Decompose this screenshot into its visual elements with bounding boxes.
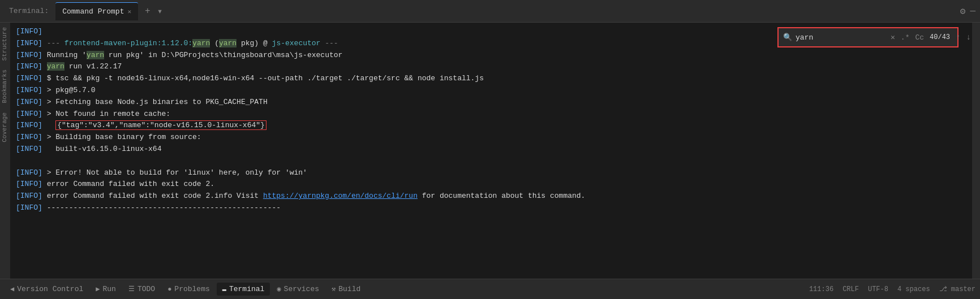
search-case-button[interactable]: Cc — [914, 32, 925, 43]
bottom-problems[interactable]: ● Problems — [162, 283, 216, 296]
term-line-9: [INFO] {"tag":"v3.4","name":"node-v16.15… — [16, 120, 966, 132]
term-line-11: [INFO] built-v16.15.0-linux-x64 — [16, 144, 966, 155]
run-icon: ▶ — [96, 285, 100, 293]
problems-icon: ● — [167, 285, 171, 293]
tab-command-prompt[interactable]: Command Prompt ✕ — [55, 2, 138, 20]
toolbar-right: ⚙ — — [960, 6, 975, 17]
build-icon: ⚒ — [332, 285, 336, 293]
term-line-10: [INFO] > Building base binary from sourc… — [16, 132, 966, 144]
tab-bar: Terminal: Command Prompt ✕ + ▾ ⚙ — — [0, 0, 980, 23]
bottom-terminal[interactable]: ▬ Terminal — [217, 283, 270, 296]
term-line-7: [INFO] > Fetching base Node.js binaries … — [16, 97, 966, 109]
search-icon: 🔍 — [783, 33, 792, 42]
build-label: Build — [338, 285, 360, 293]
term-line-12 — [16, 155, 966, 167]
search-count: 40/43 — [929, 33, 951, 41]
search-overlay: 🔍 ✕ .* Cc 40/43 ↑ ↓ ✕ — [777, 27, 958, 47]
terminal-label: Terminal — [229, 285, 264, 293]
version-control-label: Version Control — [17, 285, 83, 293]
main-area: Structure Bookmarks Coverage 🔍 ✕ .* Cc 4… — [0, 23, 980, 279]
search-close-button[interactable]: ✕ — [889, 32, 896, 43]
term-line-4: [INFO] yarn run v1.22.17 — [16, 61, 966, 73]
minimize-icon[interactable]: — — [970, 6, 975, 16]
sidebar-bookmarks[interactable]: Bookmarks — [0, 65, 10, 107]
search-down-button[interactable]: ↓ — [965, 32, 972, 43]
todo-icon: ☰ — [128, 285, 135, 293]
tab-close-button[interactable]: ✕ — [127, 8, 131, 15]
run-label: Run — [103, 285, 116, 293]
bottom-version-control[interactable]: ◀ Version Control — [5, 283, 89, 296]
term-line-5: [INFO] $ tsc && pkg -t node16-linux-x64,… — [16, 73, 966, 85]
search-regex-button[interactable]: .* — [900, 32, 911, 43]
indent[interactable]: 4 spaces — [897, 285, 930, 293]
todo-label: TODO — [137, 285, 155, 293]
bottom-services[interactable]: ◉ Services — [271, 283, 325, 296]
term-line-16: [INFO] ---------------------------------… — [16, 202, 966, 214]
search-up-button[interactable]: ↑ — [955, 32, 961, 43]
tab-controls: + ▾ — [143, 5, 165, 18]
term-line-3: [INFO] Running 'yarn run pkg' in D:\PGPr… — [16, 50, 966, 62]
sidebar-coverage[interactable]: Coverage — [0, 108, 10, 147]
add-tab-button[interactable]: + — [143, 5, 153, 18]
bottom-run[interactable]: ▶ Run — [90, 283, 122, 296]
settings-icon[interactable]: ⚙ — [960, 6, 966, 17]
bottom-todo[interactable]: ☰ TODO — [123, 283, 161, 296]
version-control-icon: ◀ — [10, 285, 14, 293]
cursor-position[interactable]: 111:36 — [809, 285, 833, 293]
status-info: 111:36 CRLF UTF-8 4 spaces ⎇ master — [809, 285, 975, 293]
term-line-6: [INFO] > pkg@5.7.0 — [16, 85, 966, 97]
right-scrollbar[interactable] — [972, 23, 980, 279]
term-line-14: [INFO] error Command failed with exit co… — [16, 179, 966, 190]
search-controls: ✕ .* Cc 40/43 ↑ ↓ ✕ — [889, 32, 972, 43]
term-line-13: [INFO] > Error! Not able to build for 'l… — [16, 167, 966, 179]
search-input[interactable] — [796, 33, 886, 42]
line-ending[interactable]: CRLF — [843, 285, 859, 293]
services-label: Services — [284, 285, 319, 293]
tab-dropdown-button[interactable]: ▾ — [155, 5, 165, 18]
bottom-bar: ◀ Version Control ▶ Run ☰ TODO ● Problem… — [0, 279, 980, 299]
problems-label: Problems — [174, 285, 209, 293]
term-line-8: [INFO] > Not found in remote cache: — [16, 109, 966, 120]
git-branch[interactable]: ⎇ master — [939, 285, 975, 293]
encoding[interactable]: UTF-8 — [868, 285, 888, 293]
tab-label: Command Prompt — [62, 7, 124, 16]
terminal-label: Terminal: — [5, 7, 53, 15]
services-icon: ◉ — [277, 285, 281, 293]
terminal-icon: ▬ — [222, 285, 226, 293]
terminal-content[interactable]: 🔍 ✕ .* Cc 40/43 ↑ ↓ ✕ [INFO] [INFO] --- … — [10, 23, 972, 279]
term-line-15: [INFO] error Command failed with exit co… — [16, 190, 966, 202]
bottom-build[interactable]: ⚒ Build — [326, 283, 366, 296]
side-labels: Structure Bookmarks Coverage — [0, 23, 10, 279]
sidebar-structure[interactable]: Structure — [0, 23, 10, 65]
